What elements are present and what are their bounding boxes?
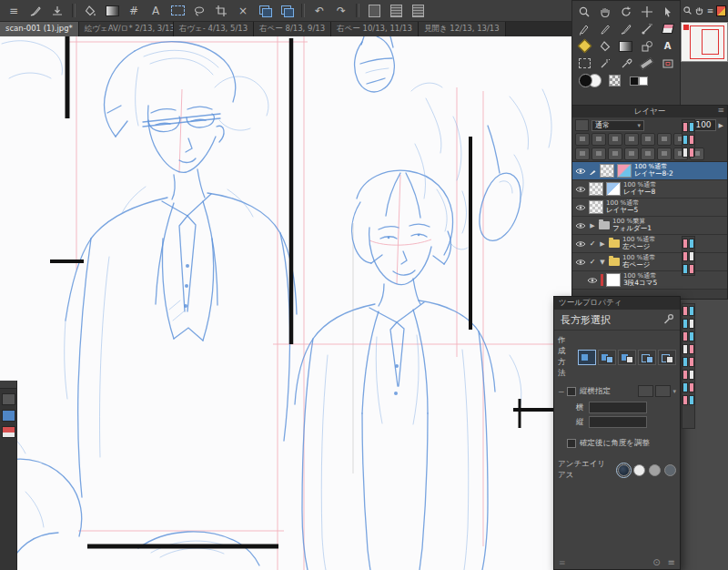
material-thumbnail[interactable] (682, 370, 694, 380)
width-input[interactable] (589, 402, 647, 413)
document-tab[interactable]: scan-001 (1).jpg* (0, 22, 79, 36)
material-thumbnail[interactable] (682, 344, 694, 354)
black-swatch[interactable] (630, 76, 639, 86)
check-icon[interactable]: ✓ (589, 239, 596, 248)
decoration-tool-icon[interactable] (574, 38, 595, 54)
page-facing-icon[interactable] (386, 2, 406, 19)
eye-icon[interactable] (575, 180, 586, 198)
gradient-tool-icon[interactable] (616, 38, 637, 54)
material-thumbnail[interactable] (682, 239, 694, 249)
copy-icon[interactable] (255, 2, 275, 19)
zoom-tool-icon[interactable] (574, 4, 595, 19)
aspect-checkbox[interactable] (567, 387, 576, 396)
airbrush-tool-icon[interactable] (636, 21, 657, 36)
nav-hand-icon[interactable] (694, 5, 704, 16)
transparent-color-swatch[interactable] (609, 75, 621, 87)
collapse-toggle-icon[interactable]: − (558, 387, 565, 396)
paste-icon[interactable] (277, 2, 297, 19)
eye-icon[interactable] (575, 198, 586, 216)
main-menu-icon[interactable]: ≡ (4, 2, 24, 19)
brush-icon[interactable] (25, 2, 46, 19)
eye-icon[interactable] (575, 162, 586, 179)
document-tab[interactable]: 絵ヴェAV/ロ* 2/13, 3/13 (79, 22, 174, 36)
eye-icon[interactable] (575, 235, 586, 252)
material-thumbnail[interactable] (682, 251, 694, 261)
undo-icon[interactable]: ↶ (309, 2, 329, 19)
add-selection-button[interactable] (598, 350, 616, 365)
layer-row[interactable]: 100 %通常レイヤー8-2 (572, 162, 727, 180)
material-thumbnail[interactable] (682, 122, 694, 132)
layer-row[interactable]: 100 %通常レイヤー8 (572, 180, 727, 198)
height-input[interactable] (589, 416, 647, 428)
document-tab[interactable]: 右ペー 10/13, 11/13 (331, 22, 419, 36)
canvas-area[interactable]: .s{stroke:#6094da;fill:none;stroke-width… (0, 36, 571, 570)
reference-layer-icon[interactable] (592, 133, 606, 146)
layer-thumbnail[interactable] (617, 164, 632, 178)
navigator-panel[interactable] (681, 22, 728, 62)
eye-icon[interactable] (575, 253, 586, 270)
page-single-icon[interactable] (364, 2, 384, 19)
material-thumbnail[interactable] (682, 395, 694, 405)
document-tab[interactable]: 見開き 12/13, 13/13 (419, 22, 506, 36)
nav-zoom-icon[interactable] (682, 5, 693, 16)
fill-tool-icon[interactable] (595, 38, 616, 54)
exclude-selection-button[interactable] (658, 350, 676, 365)
blend-mode-dropdown[interactable]: 通常 ▾ (592, 120, 644, 131)
material-thumbnail[interactable] (682, 319, 694, 329)
tool-property-title-bar[interactable]: ツールプロパティ (554, 297, 680, 310)
draft-layer-icon[interactable] (608, 133, 622, 146)
antialias-strong-button[interactable] (664, 464, 676, 476)
material-thumbnail[interactable] (682, 382, 694, 392)
clip-at-layer-icon[interactable] (575, 133, 590, 146)
nav-menu-icon[interactable]: ≡ (706, 5, 714, 16)
redo-icon[interactable]: ↷ (331, 2, 351, 19)
sketch-drawing[interactable]: .s{stroke:#6094da;fill:none;stroke-width… (0, 36, 571, 570)
layers-menu-icon[interactable]: ≡ (717, 106, 724, 115)
layer-thumbnail[interactable] (589, 200, 603, 214)
gradient-icon[interactable] (102, 2, 122, 19)
eyedropper-tool-icon[interactable] (616, 56, 637, 71)
aspect-length-button[interactable] (655, 385, 671, 397)
lock-alpha-icon[interactable] (641, 133, 655, 146)
enable-mask-icon[interactable] (657, 133, 672, 146)
antialias-weak-button[interactable] (633, 464, 645, 476)
material-thumbnail[interactable] (682, 135, 694, 145)
new-vector-layer-icon[interactable] (592, 148, 606, 160)
antialias-middle-button[interactable] (649, 464, 661, 476)
select-marquee-icon[interactable] (167, 2, 187, 19)
layers-title-bar[interactable]: レイヤー ≡ (572, 106, 727, 117)
antialias-none-button[interactable] (618, 464, 630, 476)
dock-colorset-icon[interactable] (2, 426, 15, 438)
delete-icon[interactable]: × (233, 2, 253, 19)
combine-mode-icon[interactable] (575, 119, 589, 131)
new-layer-icon[interactable] (575, 148, 590, 160)
layer-row[interactable]: ✓ ▼ 100 %通常右ページ (572, 253, 727, 271)
fill-bucket-icon[interactable] (80, 2, 100, 19)
dock-subview-icon[interactable] (2, 410, 15, 422)
eye-icon[interactable] (587, 271, 598, 289)
decoration-icon[interactable]: # (124, 2, 144, 19)
lock-layer-icon[interactable] (624, 133, 639, 146)
move-tool-icon[interactable] (636, 4, 657, 19)
import-icon[interactable] (47, 2, 67, 19)
material-thumbnail[interactable] (682, 148, 694, 158)
merge-layer-icon[interactable] (641, 148, 655, 160)
material-thumbnail[interactable] (682, 357, 694, 367)
crop-icon[interactable] (211, 2, 231, 19)
collapse-arrow-icon[interactable]: ▼ (599, 259, 606, 266)
main-color-swatch[interactable] (579, 74, 592, 87)
material-thumbnail[interactable] (682, 306, 694, 316)
eye-icon[interactable] (575, 217, 586, 234)
white-swatch[interactable] (639, 76, 648, 86)
pen-tool-icon[interactable] (574, 21, 595, 36)
angle-checkbox[interactable] (567, 439, 576, 448)
layer-thumbnail[interactable] (600, 164, 614, 178)
dock-handle[interactable] (0, 381, 16, 389)
detail-settings-icon[interactable]: ≡ (668, 557, 675, 567)
navigate-tool-icon[interactable] (657, 56, 678, 71)
opacity-slider-icon[interactable]: ▶ (719, 122, 723, 129)
transfer-layer-icon[interactable] (624, 148, 639, 160)
lasso-icon[interactable] (189, 2, 209, 19)
new-folder-icon[interactable] (608, 148, 622, 160)
layer-thumbnail[interactable] (606, 182, 621, 196)
